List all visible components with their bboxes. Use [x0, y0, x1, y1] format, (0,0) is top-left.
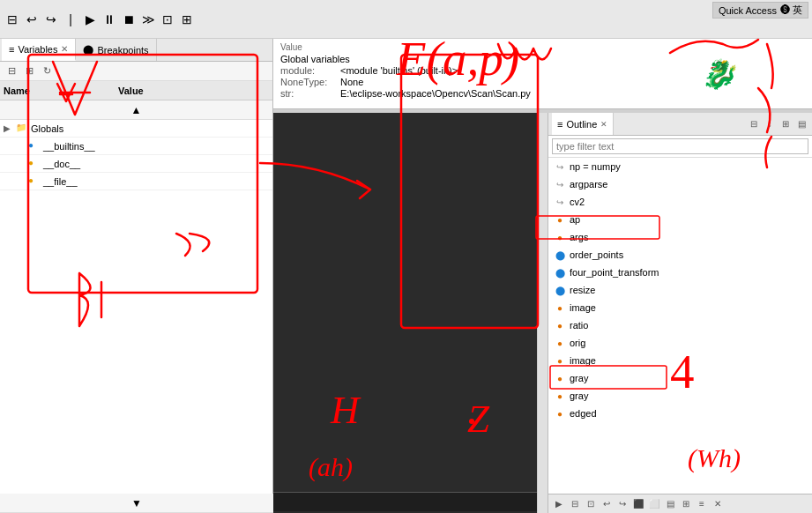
toolbar-icon-3[interactable]: ↪: [42, 11, 60, 28]
outline-label-argparse: argparse: [570, 179, 607, 190]
var-scroll-down[interactable]: ▼: [0, 494, 272, 513]
var-name-file: __file__: [43, 176, 140, 187]
value-val-1: <module 'builtins' (built-in)>: [340, 65, 458, 76]
var-icon-gray2: ●: [554, 391, 566, 401]
var-scroll-up[interactable]: ▲: [0, 100, 272, 120]
outline-tab-icon: ≡: [557, 119, 562, 130]
tab-variables-close[interactable]: ✕: [61, 44, 68, 54]
var-tool-expand[interactable]: ⊞: [21, 63, 37, 79]
var-tool-collapse[interactable]: ⊟: [4, 63, 19, 79]
value-label: Value: [280, 42, 805, 52]
outline-label-order-points: order_points: [570, 249, 623, 260]
outline-label-np: np = numpy: [570, 161, 621, 172]
tab-breakpoints[interactable]: ⬤ Breakpoints: [76, 39, 156, 61]
var-name-builtins: __builtins__: [43, 141, 140, 152]
outline-item-ratio[interactable]: ● ratio: [548, 316, 812, 334]
var-icon-orig: ●: [554, 338, 566, 348]
outline-tab[interactable]: ≡ Outline ✕: [552, 113, 614, 135]
outline-item-image2[interactable]: ● image: [548, 352, 812, 369]
outline-item-gray1[interactable]: ● gray: [548, 369, 812, 387]
variables-list: ▲ ▶ 📁 Globals ● __builtins__ ● __doc__: [0, 100, 272, 513]
var-item-globals[interactable]: ▶ 📁 Globals: [0, 120, 272, 138]
var-item-builtins[interactable]: ● __builtins__: [0, 138, 272, 155]
var-icon-ratio: ●: [554, 321, 566, 331]
var-item-doc[interactable]: ● __doc__: [0, 155, 272, 173]
outline-btn-4[interactable]: ▤: [794, 117, 808, 131]
outline-btn-1[interactable]: ⊟: [747, 117, 761, 131]
toolbar-icon-7[interactable]: ⏹: [120, 11, 138, 28]
outline-bot-btn-1[interactable]: ▶: [552, 497, 566, 511]
toolbar-icon-9[interactable]: ⊡: [159, 11, 176, 28]
var-expand-globals[interactable]: ▶: [4, 123, 16, 133]
var-item-file[interactable]: ● __file__: [0, 173, 272, 190]
outline-filter-input[interactable]: [552, 138, 808, 154]
var-icon-ap: ●: [554, 215, 566, 225]
toolbar-icon-5[interactable]: ▶: [81, 11, 99, 28]
outline-item-gray2[interactable]: ● gray: [548, 387, 812, 405]
value-key-1: module:: [280, 65, 333, 76]
toolbar-icon-2[interactable]: ↩: [23, 11, 41, 28]
tab-variables-label: Variables: [18, 44, 57, 55]
value-key-2: NoneType:: [280, 77, 333, 87]
outline-bot-btn-6[interactable]: ⬛: [631, 497, 645, 511]
var-name-globals: Globals: [31, 123, 128, 134]
var-icon-gray1: ●: [554, 374, 566, 383]
outline-item-image1[interactable]: ● image: [548, 299, 812, 316]
outline-label-ap: ap: [570, 214, 580, 225]
outline-bot-btn-9[interactable]: ⊞: [679, 497, 693, 511]
outline-label-four-point: four_point_transform: [570, 267, 659, 278]
toolbar-icon-1[interactable]: ⊟: [4, 11, 21, 28]
outline-bot-btn-10[interactable]: ≡: [695, 497, 709, 511]
toolbar-icon-8[interactable]: ≫: [139, 11, 157, 28]
outline-item-edged[interactable]: ● edged: [548, 405, 812, 422]
variables-toolbar: ⊟ ⊞ ↻: [0, 62, 272, 81]
outline-item-orig[interactable]: ● orig: [548, 334, 812, 352]
outline-panel: ≡ Outline ✕ ⊟ ↕ ⊞ ▤: [548, 113, 812, 513]
outline-item-np[interactable]: ↪ np = numpy: [548, 158, 812, 175]
left-panel: ≡ Variables ✕ ⬤ Breakpoints ⊟ ⊞ ↻ Name V…: [0, 39, 273, 513]
col-name: Name: [4, 86, 118, 96]
func-icon-order-points: ⬤: [554, 250, 566, 260]
outline-item-cv2[interactable]: ↪ cv2: [548, 193, 812, 211]
value-area: Value Global variables module: <module '…: [273, 39, 812, 109]
outline-item-ap[interactable]: ● ap: [548, 211, 812, 228]
outline-bot-btn-11[interactable]: ✕: [711, 497, 725, 511]
tab-breakpoints-label: Breakpoints: [97, 45, 148, 56]
outline-bot-btn-3[interactable]: ⊡: [584, 497, 598, 511]
quick-access-label: Quick Access: [719, 5, 777, 16]
outline-item-order-points[interactable]: ⬤ order_points: [548, 246, 812, 264]
outline-item-resize[interactable]: ⬤ resize: [548, 281, 812, 299]
value-val-3: E:\eclipse-workspace\Opencv\Scan\Scan.py: [340, 88, 531, 99]
outline-bot-btn-4[interactable]: ↩: [600, 497, 614, 511]
outline-bot-btn-5[interactable]: ↪: [615, 497, 629, 511]
outline-item-argparse[interactable]: ↪ argparse: [548, 175, 812, 193]
toolbar-icon-6[interactable]: ⏸: [101, 11, 118, 28]
toolbar-icon-4[interactable]: |: [62, 11, 79, 28]
tab-variables[interactable]: ≡ Variables ✕: [2, 39, 76, 61]
value-key-3: str:: [280, 88, 333, 99]
tab-breakpoints-icon: ⬤: [83, 44, 93, 56]
outline-btn-2[interactable]: ↕: [763, 117, 777, 131]
outline-bot-btn-8[interactable]: ▤: [663, 497, 677, 511]
toolbar-icon-10[interactable]: ⊞: [178, 11, 196, 28]
doc-icon: ●: [28, 158, 41, 170]
outline-label-gray1: gray: [570, 373, 588, 383]
value-val-2: None: [340, 77, 363, 87]
code-input[interactable]: [273, 492, 537, 511]
func-icon-four-point: ⬤: [554, 268, 566, 278]
outline-bot-btn-2[interactable]: ⊟: [568, 497, 582, 511]
code-scrollbar[interactable]: [537, 113, 548, 513]
outline-bot-btn-7[interactable]: ⬜: [647, 497, 661, 511]
var-tool-refresh[interactable]: ↻: [39, 63, 55, 79]
col-value-label: Value: [118, 86, 144, 96]
globals-folder-icon: 📁: [16, 123, 28, 135]
import-icon-np: ↪: [554, 162, 566, 172]
toolbar-extra-1: 🅢 英: [780, 4, 802, 17]
outline-item-args[interactable]: ● args: [548, 228, 812, 246]
main-layout: ≡ Variables ✕ ⬤ Breakpoints ⊟ ⊞ ↻ Name V…: [0, 39, 812, 513]
outline-label-resize: resize: [570, 285, 595, 295]
outline-label-edged: edged: [570, 408, 597, 419]
import-icon-cv2: ↪: [554, 197, 566, 207]
outline-btn-3[interactable]: ⊞: [778, 117, 793, 131]
outline-item-four-point[interactable]: ⬤ four_point_transform: [548, 264, 812, 281]
